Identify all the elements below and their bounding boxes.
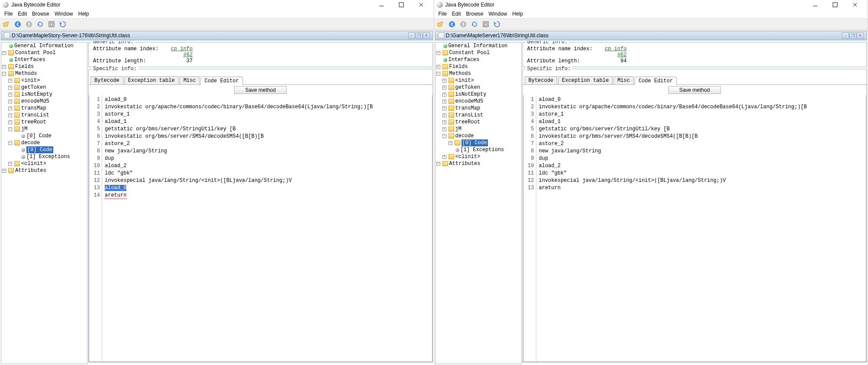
tree-node[interactable]: +treeRoot	[8, 119, 87, 126]
tree-twisty-icon[interactable]	[14, 134, 18, 138]
tree-node[interactable]: +getToken	[442, 84, 521, 91]
menu-edit[interactable]: Edit	[15, 10, 29, 18]
tree-node[interactable]: +getToken	[8, 84, 87, 91]
menu-help[interactable]: Help	[76, 10, 92, 18]
code-line[interactable]: getstatic org/bms/server/StringUtil/key …	[539, 126, 864, 133]
menu-browse[interactable]: Browse	[29, 10, 52, 18]
mdi-tab[interactable]: D:\Game\MapleServer176\lib\StringUtil.cl…	[435, 31, 867, 40]
tree-node[interactable]: +Attributes	[2, 167, 87, 174]
close-button[interactable]	[845, 0, 865, 10]
tree-twisty-icon[interactable]	[449, 148, 452, 152]
toolbar-refresh[interactable]	[35, 19, 45, 29]
tree-twisty-icon[interactable]: +	[8, 100, 12, 103]
tree-twisty-icon[interactable]: +	[442, 113, 446, 117]
tree-node[interactable]: +Attributes	[436, 160, 521, 167]
tree-twisty-icon[interactable]: +	[8, 107, 12, 110]
tree-node[interactable]: +<init>	[8, 77, 87, 84]
tab-code-editor[interactable]: Code Editor	[635, 77, 677, 85]
code-line[interactable]: invokespecial java/lang/String/<init>([B…	[105, 177, 429, 184]
maximize-button[interactable]	[391, 0, 411, 10]
tab-exception-table[interactable]: Exception table	[558, 76, 613, 84]
tree-twisty-icon[interactable]: +	[442, 100, 446, 103]
tree-twisty-icon[interactable]: +	[2, 169, 6, 173]
mdi-close[interactable]: ✕	[423, 32, 430, 39]
tab-misc[interactable]: Misc	[180, 76, 200, 84]
code-line[interactable]: new java/lang/String	[539, 148, 864, 155]
tab-bytecode[interactable]: Bytecode	[525, 76, 558, 84]
toolbar-reload[interactable]	[492, 19, 502, 29]
tree-node[interactable]: −decode	[442, 132, 521, 139]
toolbar-forward[interactable]	[458, 19, 468, 29]
tree-node[interactable]: +isNotEmpty	[442, 91, 521, 98]
tree-twisty-icon[interactable]: +	[8, 79, 12, 83]
tree-twisty-icon[interactable]: +	[442, 93, 446, 97]
tree-twisty-icon[interactable]: −	[436, 72, 440, 76]
menu-file[interactable]: File	[436, 10, 449, 18]
tree-pane[interactable]: General Information+Constant PoolInterfa…	[435, 42, 522, 364]
toolbar-open[interactable]	[436, 19, 445, 29]
tree-twisty-icon[interactable]: −	[2, 72, 6, 76]
tree-twisty-icon[interactable]	[2, 58, 6, 62]
tree-node[interactable]: −jM	[8, 126, 87, 132]
save-method-button[interactable]: Save method	[234, 86, 287, 94]
tree-node[interactable]: Interfaces	[2, 56, 87, 63]
tree-twisty-icon[interactable]	[2, 44, 6, 48]
tree-node[interactable]: [0] Code	[14, 146, 87, 153]
menu-file[interactable]: File	[2, 10, 15, 18]
tree-node[interactable]: +<clinit>	[442, 153, 521, 160]
tree-node[interactable]: +Fields	[2, 63, 87, 70]
code-line[interactable]: aload_0	[105, 184, 429, 192]
code-line[interactable]: aload_0	[105, 96, 429, 103]
tree-node[interactable]: −Methods	[2, 70, 87, 77]
code-area[interactable]: aload_0invokestatic org/apache/commons/c…	[536, 95, 866, 362]
tree-twisty-icon[interactable]: +	[449, 141, 452, 145]
tree-twisty-icon[interactable]: +	[442, 107, 446, 110]
tree-twisty-icon[interactable]: +	[8, 93, 12, 97]
code-line[interactable]: invokespecial java/lang/String/<init>([B…	[539, 177, 864, 184]
minimize-button[interactable]	[805, 0, 825, 10]
mdi-restore[interactable]: ❐	[416, 32, 423, 39]
tree-node[interactable]: General Information	[2, 42, 87, 49]
tree-twisty-icon[interactable]	[436, 44, 440, 48]
tree-node[interactable]: [1] Exceptions	[14, 153, 87, 160]
code-line[interactable]: areturn	[539, 184, 864, 192]
tab-exception-table[interactable]: Exception table	[124, 76, 179, 84]
tree-node[interactable]: −decode	[8, 139, 87, 146]
tree-node[interactable]: [0] Code	[14, 132, 87, 139]
tree-twisty-icon[interactable]: +	[8, 162, 12, 166]
mdi-close[interactable]: ✕	[857, 32, 864, 39]
code-line[interactable]: invokestatic org/apache/commons/codec/bi…	[105, 103, 429, 111]
tree-node[interactable]: +<clinit>	[8, 160, 87, 167]
toolbar-refresh[interactable]	[470, 19, 479, 29]
tree-twisty-icon[interactable]: +	[436, 162, 440, 166]
tree-twisty-icon[interactable]: +	[436, 51, 440, 55]
menu-window[interactable]: Window	[486, 10, 510, 18]
tree-node[interactable]: +encodeMd5	[442, 98, 521, 105]
tree-node[interactable]: +encodeMd5	[8, 98, 87, 105]
tree-node[interactable]: +transList	[442, 112, 521, 119]
mdi-minimize[interactable]: –	[408, 32, 415, 39]
tab-misc[interactable]: Misc	[613, 76, 634, 84]
tree-twisty-icon[interactable]: +	[442, 79, 446, 83]
class-tree[interactable]: General Information+Constant PoolInterfa…	[1, 42, 87, 174]
tree-twisty-icon[interactable]: +	[8, 120, 12, 124]
tree-pane[interactable]: General Information+Constant PoolInterfa…	[1, 42, 87, 364]
tree-twisty-icon[interactable]	[436, 58, 440, 62]
close-button[interactable]	[411, 0, 431, 10]
code-line[interactable]: aload_2	[539, 162, 864, 170]
code-line[interactable]: new java/lang/String	[105, 148, 429, 155]
code-line[interactable]: astore_2	[539, 140, 864, 148]
attr-name-idx-value[interactable]: cp_info #62	[601, 46, 627, 58]
toolbar-inspect[interactable]	[481, 19, 490, 29]
toolbar-inspect[interactable]	[47, 19, 56, 29]
menu-window[interactable]: Window	[52, 10, 76, 18]
toolbar-back[interactable]	[447, 19, 457, 29]
menu-help[interactable]: Help	[510, 10, 526, 18]
tree-twisty-icon[interactable]: +	[2, 65, 6, 69]
tree-twisty-icon[interactable]: −	[8, 127, 12, 131]
tree-node[interactable]: +Constant Pool	[436, 49, 521, 56]
tree-twisty-icon[interactable]: −	[442, 134, 446, 138]
tree-twisty-icon[interactable]: +	[442, 155, 446, 159]
tree-twisty-icon[interactable]: +	[436, 65, 440, 69]
tree-twisty-icon[interactable]: +	[442, 86, 446, 90]
